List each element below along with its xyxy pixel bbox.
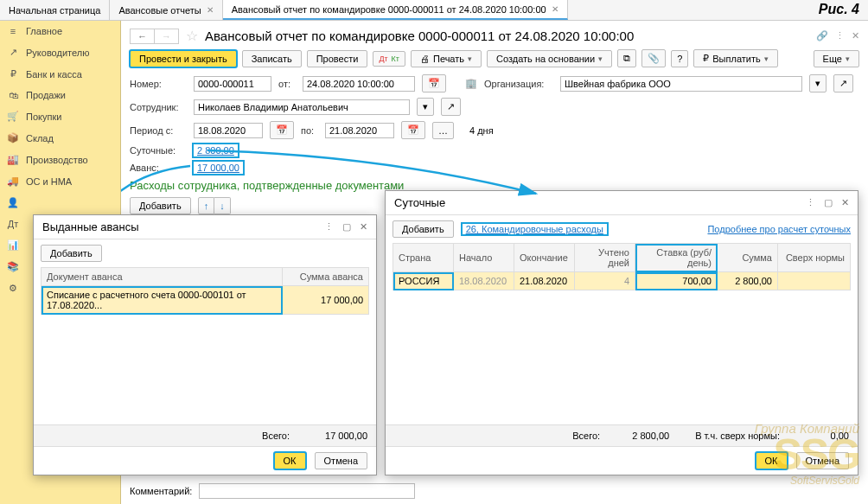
end-cell: 21.08.2020	[514, 272, 575, 290]
emp-input[interactable]	[194, 99, 410, 115]
menu-dots-icon[interactable]: ⋮	[806, 197, 815, 208]
add-expense-button[interactable]: Добавить	[130, 197, 191, 214]
period-to-input[interactable]	[325, 123, 394, 138]
more-button[interactable]: Еще	[814, 50, 859, 67]
comment-input[interactable]	[199, 483, 415, 499]
add-advance-button[interactable]: Добавить	[41, 245, 102, 262]
dtkt-button[interactable]: ДтКт	[373, 51, 405, 67]
sidebar-item-main[interactable]: ≡Главное	[0, 21, 120, 41]
move-down-button[interactable]: ↓	[214, 197, 231, 214]
nav-back[interactable]: ←	[131, 29, 154, 43]
advances-popup: Выданные авансы ⋮ ▢ ✕ Добавить Документ …	[33, 214, 377, 475]
sidebar-item-purchases[interactable]: 🛒Покупки	[0, 105, 120, 127]
rate-cell[interactable]: 700,00	[635, 272, 718, 290]
sidebar-item-production[interactable]: 🏭Производство	[0, 149, 120, 170]
col-country[interactable]: Страна	[393, 244, 454, 272]
sidebar-item-manager[interactable]: ↗Руководителю	[0, 41, 120, 63]
attach-button[interactable]: 📎	[641, 49, 666, 67]
tab-current-doc[interactable]: Авансовый отчет по командировке 0000-000…	[223, 0, 568, 20]
help-button[interactable]: ?	[671, 50, 688, 67]
advance-link[interactable]: 17 000,00	[194, 162, 243, 174]
nav-fwd[interactable]: →	[154, 29, 178, 43]
menu-dots-icon[interactable]: ⋮	[835, 30, 845, 41]
dtkt-icon: Дт	[7, 219, 19, 229]
ok-button[interactable]: ОК	[274, 452, 306, 469]
maximize-icon[interactable]: ▢	[824, 197, 833, 208]
toolbar: Провести и закрыть Записать Провести ДтК…	[130, 49, 859, 67]
save-button[interactable]: Записать	[242, 50, 302, 67]
ruble-icon: ₽	[7, 68, 19, 80]
advance-doc-cell[interactable]: Списание с расчетного счета 0000-000101 …	[41, 286, 283, 315]
advances-table: Документ аванса Сумма аванса Списание с …	[41, 267, 369, 315]
col-sum[interactable]: Сумма аванса	[283, 268, 369, 286]
maximize-icon[interactable]: ▢	[342, 221, 351, 233]
date-input[interactable]	[303, 76, 415, 92]
advance-sum-cell: 17 000,00	[283, 286, 369, 315]
col-days[interactable]: Учтено дней	[575, 244, 635, 272]
period-from-label: Период с:	[130, 125, 187, 136]
table-row[interactable]: РОССИЯ 18.08.2020 21.08.2020 4 700,00 2 …	[393, 272, 851, 290]
page-title: Авансовый отчет по командировке 0000-000…	[205, 29, 634, 43]
from-label: от:	[278, 79, 296, 89]
move-up-button[interactable]: ↑	[198, 197, 215, 214]
calendar-icon[interactable]: 📅	[270, 121, 294, 139]
close-icon[interactable]: ✕	[360, 221, 367, 233]
org-select-button[interactable]: ▾	[809, 74, 827, 93]
period-from-input[interactable]	[194, 123, 263, 138]
tabs-bar: Начальная страница Авансовые отчеты ✕ Ав…	[0, 0, 868, 21]
col-doc[interactable]: Документ аванса	[41, 268, 283, 286]
chart-icon: ↗	[7, 47, 19, 58]
pay-button[interactable]: ₽ Выплатить	[693, 49, 777, 67]
create-based-button[interactable]: Создать на основании	[487, 50, 612, 67]
print-button[interactable]: 🖨 Печать	[411, 50, 482, 67]
cancel-button[interactable]: Отмена	[796, 452, 849, 469]
ok-button[interactable]: ОК	[756, 452, 788, 469]
close-icon[interactable]: ✕	[552, 4, 558, 14]
org-input[interactable]	[560, 76, 802, 92]
org-icon: 🏢	[465, 78, 477, 89]
tab-home[interactable]: Начальная страница	[0, 0, 110, 20]
person-icon: 👤	[7, 197, 19, 208]
perdiem-help-link[interactable]: Подробнее про расчет суточных	[707, 224, 851, 234]
sidebar-item-person[interactable]: 👤	[0, 192, 120, 214]
sidebar-item-stock[interactable]: 📦Склад	[0, 127, 120, 149]
col-rate[interactable]: Ставка (руб/день)	[635, 244, 718, 272]
close-icon[interactable]: ✕	[207, 5, 214, 15]
col-start[interactable]: Начало	[454, 244, 514, 272]
account-link[interactable]: 26, Командировочные расходы	[461, 222, 609, 236]
tab-advance-reports[interactable]: Авансовые отчеты ✕	[110, 0, 222, 20]
total-value: 17 000,00	[298, 431, 367, 441]
calendar-icon[interactable]: 📅	[401, 121, 425, 139]
figure-label: Рис. 4	[810, 0, 868, 20]
sidebar-item-sales[interactable]: 🛍Продажи	[0, 85, 120, 105]
col-over[interactable]: Сверх нормы	[778, 244, 851, 272]
perdiem-title: Суточные	[394, 196, 445, 209]
calendar-icon[interactable]: 📅	[422, 74, 446, 93]
truck-icon: 🚚	[7, 175, 19, 187]
sidebar-item-assets[interactable]: 🚚ОС и НМА	[0, 170, 120, 192]
org-open-button[interactable]: ↗	[833, 74, 853, 93]
star-icon[interactable]: ☆	[186, 28, 198, 44]
perdiem-link[interactable]: 2 800,00	[194, 144, 238, 156]
post-close-button[interactable]: Провести и закрыть	[130, 50, 237, 67]
cancel-button[interactable]: Отмена	[315, 452, 367, 469]
factory-icon: 🏭	[7, 154, 19, 165]
col-end[interactable]: Окончание	[514, 244, 575, 272]
related-button[interactable]: ⧉	[617, 49, 636, 67]
link-icon[interactable]: 🔗	[816, 30, 828, 41]
country-cell[interactable]: РОССИЯ	[393, 272, 454, 290]
table-row[interactable]: Списание с расчетного счета 0000-000101 …	[41, 286, 369, 315]
emp-open-button[interactable]: ↗	[441, 98, 461, 116]
number-input[interactable]	[194, 76, 271, 92]
add-perdiem-button[interactable]: Добавить	[393, 220, 454, 238]
emp-select-button[interactable]: ▾	[417, 98, 434, 116]
org-label: Организация:	[484, 79, 553, 89]
post-button[interactable]: Провести	[307, 50, 368, 67]
number-label: Номер:	[130, 79, 187, 89]
sidebar-item-bank[interactable]: ₽Банк и касса	[0, 63, 120, 85]
close-icon[interactable]: ✕	[841, 197, 849, 208]
period-select-button[interactable]: …	[432, 122, 454, 139]
menu-dots-icon[interactable]: ⋮	[324, 221, 334, 233]
col-sum[interactable]: Сумма	[718, 244, 778, 272]
close-icon[interactable]: ✕	[852, 30, 859, 41]
